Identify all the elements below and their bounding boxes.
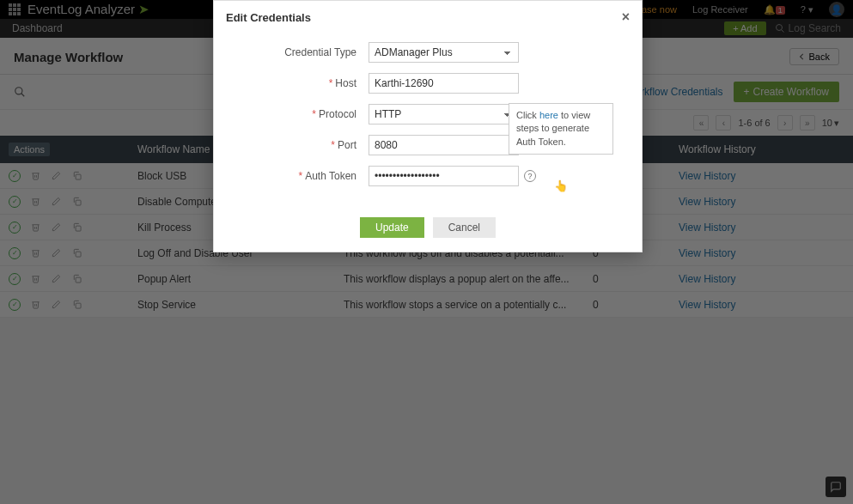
cancel-button[interactable]: Cancel <box>433 217 496 238</box>
protocol-select[interactable]: HTTP <box>369 104 519 124</box>
label-credential-type: Credential Type <box>231 46 369 58</box>
label-port: *Port <box>231 139 369 151</box>
host-input[interactable] <box>369 73 519 94</box>
auth-token-input[interactable] <box>369 166 519 186</box>
update-button[interactable]: Update <box>360 217 424 238</box>
modal-title: Edit Credentials <box>226 11 311 24</box>
label-auth-token: *Auth Token <box>231 170 369 182</box>
label-protocol: *Protocol <box>231 108 369 120</box>
help-icon[interactable]: ? <box>524 170 536 182</box>
close-icon[interactable]: × <box>622 9 630 25</box>
tooltip-here-link[interactable]: here <box>539 110 558 120</box>
auth-token-tooltip: Click here to view steps to generate Aut… <box>509 103 613 155</box>
port-input[interactable] <box>369 135 519 155</box>
credential-type-select[interactable]: ADManager Plus <box>369 42 519 63</box>
cursor-pointer-icon: 👆 <box>554 179 568 192</box>
label-host: *Host <box>231 77 369 89</box>
